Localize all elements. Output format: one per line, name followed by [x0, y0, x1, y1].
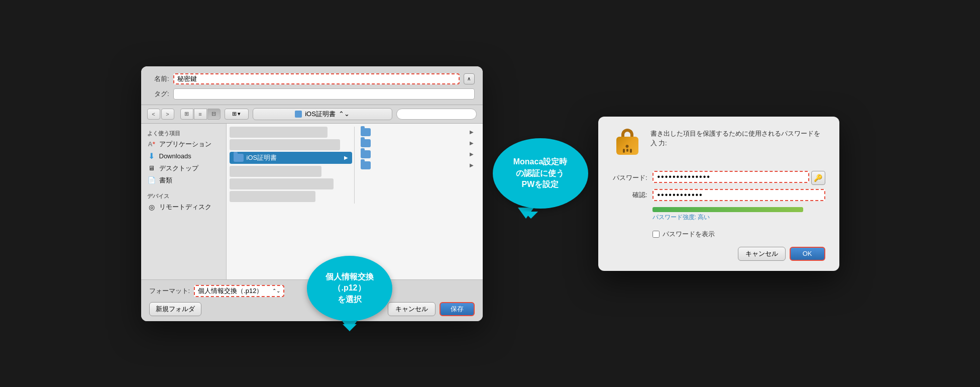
save-button[interactable]: 保存: [440, 302, 475, 316]
file-bar-3: [230, 166, 321, 177]
sidebar-label-desktop: デスクトップ: [159, 164, 198, 173]
nav-buttons: < >: [147, 109, 174, 120]
file-bar-1: [230, 127, 328, 138]
location-button[interactable]: iOS証明書 ⌃⌄: [253, 108, 392, 120]
toolbar: < > ⊞ ≡ ⊟ ⊞ ▾ iOS証明書 ⌃⌄ 🔍: [141, 105, 483, 124]
dialog-top: 名前: ∧ タグ:: [141, 66, 483, 105]
sub-chevron-4: ▶: [470, 162, 474, 168]
view-buttons: ⊞ ≡ ⊟: [180, 109, 221, 120]
file-col-right: ▶ ▶ ▶: [355, 127, 480, 204]
file-item-sub-1[interactable]: ▶: [357, 127, 478, 138]
downloads-icon: ⬇: [147, 152, 156, 161]
pw-row: パスワード: 🔑: [612, 171, 825, 185]
sub-folder-icon-2: [361, 139, 371, 147]
sidebar-item-documents[interactable]: 📄 書類: [141, 174, 226, 186]
tag-input[interactable]: [173, 88, 475, 100]
tag-label: タグ:: [149, 89, 169, 99]
pw-form: パスワード: 🔑 確認: パスワード強度: 高い: [612, 171, 825, 239]
back-button[interactable]: <: [147, 109, 160, 120]
pw-cancel-button[interactable]: キャンセル: [738, 247, 786, 261]
sidebar-item-downloads[interactable]: ⬇ Downloads: [141, 150, 226, 162]
location-chevron: ⌃⌄: [339, 110, 350, 118]
bubble-1-container: 個人情報交換（.p12）を選択: [307, 256, 392, 331]
forward-button[interactable]: >: [161, 109, 174, 120]
file-bar-2: [230, 139, 340, 150]
remote-disk-icon: ◎: [147, 203, 156, 212]
folder-icon: [295, 111, 302, 118]
sub-folder-icon-1: [361, 128, 371, 136]
sidebar-item-applications[interactable]: A* アプリケーション: [141, 138, 226, 150]
sidebar-section-devices: デバイス: [141, 190, 226, 201]
expand-button[interactable]: ∧: [464, 73, 475, 84]
applications-icon: A*: [147, 140, 156, 149]
file-columns: iOS証明書 ▶: [230, 127, 480, 204]
key-button[interactable]: 🔑: [811, 171, 825, 185]
file-item-sub-3[interactable]: ▶: [357, 149, 478, 160]
name-label: 名前:: [149, 74, 169, 83]
tag-row: タグ:: [149, 88, 475, 100]
sub-chevron-1: ▶: [470, 129, 474, 135]
location-label: iOS証明書: [305, 110, 336, 119]
bubble-1: 個人情報交換（.p12）を選択: [307, 256, 392, 321]
file-item-ios-cert[interactable]: iOS証明書 ▶: [230, 152, 353, 164]
confirm-label: 確認:: [612, 190, 647, 200]
lock-body: [616, 137, 638, 155]
save-dialog-wrapper: 名前: ∧ タグ: < > ⊞ ≡ ⊟: [141, 66, 483, 321]
file-col-left: iOS証明書 ▶: [230, 127, 355, 204]
pw-title: 書き出した項目を保護するために使用されるパスワードを入 力:: [650, 129, 825, 148]
sidebar-section-favorites: よく使う項目: [141, 128, 226, 138]
name-row: 名前: ∧: [149, 73, 475, 84]
pw-header: 書き出した項目を保護するために使用されるパスワードを入 力:: [612, 129, 825, 161]
sidebar: よく使う項目 A* アプリケーション ⬇ Downloads 🖥 デスクトップ: [141, 124, 227, 279]
pw-actions: キャンセル OK: [612, 247, 825, 261]
password-dialog: 書き出した項目を保護するために使用されるパスワードを入 力: パスワード: 🔑 …: [598, 117, 839, 271]
sidebar-item-remote-disk[interactable]: ◎ リモートディスク: [141, 201, 226, 213]
bubble-2: Monaca設定時の認証に使うPWを設定: [493, 138, 588, 209]
view-column-button[interactable]: ⊟: [207, 109, 221, 120]
pw-ok-button[interactable]: OK: [790, 247, 825, 261]
lock-icon: [612, 129, 642, 161]
cancel-button[interactable]: キャンセル: [388, 302, 435, 316]
view-list-button[interactable]: ≡: [194, 109, 207, 120]
desktop-icon: 🖥: [147, 164, 156, 173]
sub-chevron-2: ▶: [470, 140, 474, 146]
password-input[interactable]: [652, 171, 809, 183]
confirm-input-wrapper: [652, 189, 825, 201]
bubble-2-container: Monaca設定時の認証に使うPWを設定: [493, 138, 588, 219]
format-stepper-icon: ⌃⌄: [272, 288, 280, 294]
confirm-input[interactable]: [652, 189, 825, 201]
pw-input-wrapper: 🔑: [652, 171, 825, 185]
sidebar-label-applications: アプリケーション: [159, 140, 211, 149]
action-buttons: キャンセル 保存: [388, 302, 475, 316]
sub-folder-icon-4: [361, 161, 371, 169]
sidebar-label-downloads: Downloads: [159, 152, 191, 160]
new-folder-button[interactable]: 新規フォルダ: [149, 302, 201, 316]
name-input[interactable]: [173, 73, 460, 84]
view-icon-button[interactable]: ⊞: [180, 109, 193, 120]
documents-icon: 📄: [147, 176, 156, 185]
sidebar-item-desktop[interactable]: 🖥 デスクトップ: [141, 162, 226, 174]
action-button[interactable]: ⊞ ▾: [225, 109, 249, 120]
sub-folder-icon-3: [361, 150, 371, 158]
show-password-label: パスワードを表示: [663, 230, 715, 239]
search-input[interactable]: [396, 109, 477, 120]
search-wrapper: 🔍: [396, 109, 477, 120]
show-password-checkbox[interactable]: [652, 231, 660, 238]
sub-chevron-3: ▶: [470, 151, 474, 157]
file-item-sub-4[interactable]: ▶: [357, 160, 478, 171]
folder-icon-ios-cert: [234, 154, 244, 162]
main-wrapper: 名前: ∧ タグ: < > ⊞ ≡ ⊟: [141, 66, 839, 321]
file-item-sub-2[interactable]: ▶: [357, 138, 478, 149]
format-select[interactable]: 個人情報交換（.p12） ⌃⌄: [194, 285, 284, 297]
sidebar-label-documents: 書類: [159, 176, 172, 185]
strength-label: パスワード強度: 高い: [652, 213, 825, 222]
sidebar-label-remote-disk: リモートディスク: [159, 203, 211, 212]
file-label-ios-cert: iOS証明書: [247, 153, 277, 162]
strength-bar-wrapper: パスワード強度: 高い: [652, 207, 825, 222]
confirm-row: 確認:: [612, 189, 825, 201]
show-pw-row: パスワードを表示: [652, 230, 825, 239]
lock-keys: [623, 149, 632, 153]
strength-bar: [652, 207, 803, 212]
action-chevron: ▾: [238, 111, 241, 117]
format-value: 個人情報交換（.p12）: [198, 286, 263, 296]
